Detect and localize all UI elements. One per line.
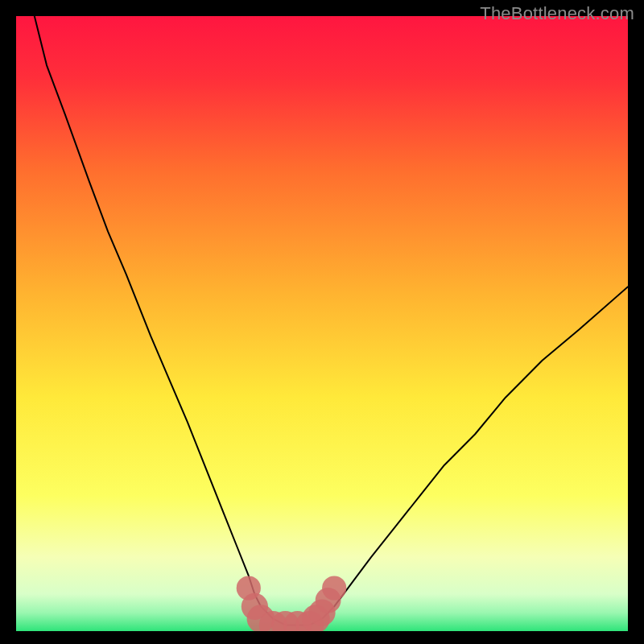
marker-dot [322, 576, 346, 600]
chart-stage: TheBottleneck.com [0, 0, 644, 644]
watermark-text: TheBottleneck.com [480, 3, 634, 24]
gradient-background [16, 16, 628, 631]
chart-svg [16, 16, 628, 631]
plot-area [16, 16, 628, 631]
